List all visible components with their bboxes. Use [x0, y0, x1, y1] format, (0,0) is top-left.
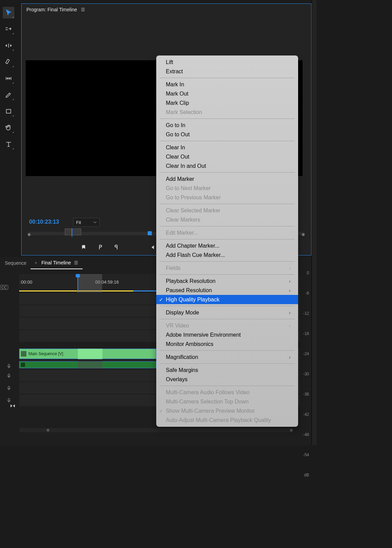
menu-item[interactable]: Playback Resolution›: [156, 276, 298, 286]
menu-item-label: Mark Selection: [166, 109, 202, 115]
menu-item-label: Multi-Camera Selection Top Down: [166, 399, 249, 405]
snap-button[interactable]: [10, 403, 16, 410]
menu-item-label: Overlays: [166, 376, 187, 383]
panel-menu-icon[interactable]: [81, 7, 85, 12]
cursor-icon: [5, 9, 12, 16]
menu-item-label: Safe Margins: [166, 367, 198, 373]
slip-icon: [5, 75, 12, 82]
type-tool[interactable]: [3, 138, 14, 150]
timeline-playhead[interactable]: [77, 274, 78, 292]
rectangle-icon: [5, 108, 12, 115]
scrollbar-handle-left[interactable]: [47, 429, 49, 432]
audio-meter: [311, 0, 317, 445]
track-select-tool[interactable]: [3, 23, 14, 35]
zoom-dropdown[interactable]: Fit: [73, 218, 100, 227]
menu-item[interactable]: Mark Out: [156, 89, 298, 98]
menu-item[interactable]: Lift: [156, 58, 298, 67]
menu-item[interactable]: Add Chapter Marker...: [156, 241, 298, 250]
menu-item[interactable]: Monitor Ambisonics: [156, 339, 298, 349]
program-in-out-range[interactable]: [65, 228, 81, 235]
selection-tool[interactable]: [3, 7, 14, 18]
menu-item-label: Extract: [166, 68, 183, 75]
menu-item-label: Add Flash Cue Marker...: [166, 252, 225, 258]
menu-item-label: Multi-Camera Audio Follows Video: [166, 389, 249, 396]
menu-item: Show Multi-Camera Preview Monitor: [156, 406, 298, 415]
zoom-handle-left[interactable]: [28, 233, 30, 236]
panel-menu-icon[interactable]: [74, 260, 78, 265]
menu-separator: [160, 306, 295, 306]
current-timecode[interactable]: 00:10:23:13: [29, 219, 59, 225]
menu-item-label: Edit Marker...: [166, 230, 198, 236]
hand-tool[interactable]: [3, 122, 14, 134]
pen-tool[interactable]: [3, 89, 14, 101]
menu-item[interactable]: Safe Margins: [156, 365, 298, 375]
timeline-zoom-scrollbar[interactable]: [19, 428, 293, 432]
tab-sequence[interactable]: Sequence: [1, 257, 30, 269]
rectangle-tool[interactable]: [3, 105, 14, 117]
video-clip[interactable]: Main Sequence [V]: [19, 349, 156, 359]
scrollbar-handle-right[interactable]: [290, 429, 293, 432]
mark-out-button[interactable]: [113, 244, 120, 251]
timeline-in-out-range[interactable]: [77, 274, 102, 292]
clip-thumbnail-icon: [21, 363, 25, 367]
menu-separator: [160, 141, 295, 141]
menu-item: Edit Marker...: [156, 228, 298, 237]
add-marker-button[interactable]: [80, 244, 87, 251]
close-icon[interactable]: ×: [35, 260, 37, 265]
menu-item[interactable]: Go to In: [156, 121, 298, 130]
ruler-time-0: :00:00: [20, 279, 32, 285]
audio-clip[interactable]: [19, 361, 156, 368]
mic-icon[interactable]: [0, 370, 18, 382]
menu-item[interactable]: Paused Resolution›: [156, 286, 298, 295]
menu-item[interactable]: Adobe Immersive Environment: [156, 330, 298, 339]
menu-item[interactable]: Magnification›: [156, 352, 298, 362]
menu-item[interactable]: Add Flash Cue Marker...: [156, 250, 298, 260]
menu-item-label: Add Marker: [166, 176, 194, 182]
menu-item[interactable]: Clear Out: [156, 152, 298, 161]
mark-in-button[interactable]: [96, 244, 104, 251]
menu-separator: [160, 386, 295, 386]
menu-item: Go to Previous Marker: [156, 193, 298, 202]
meter-label: -54: [295, 452, 309, 457]
menu-item[interactable]: Mark In: [156, 80, 298, 89]
slip-tool[interactable]: [3, 73, 14, 84]
program-out-marker[interactable]: [148, 231, 152, 235]
menu-separator: [160, 172, 295, 173]
caption-track-badge[interactable]: CC: [0, 285, 8, 290]
go-to-in-button[interactable]: [148, 244, 156, 251]
zoom-handle-right[interactable]: [302, 233, 305, 236]
submenu-arrow-icon: ›: [289, 288, 291, 293]
menu-item[interactable]: Extract: [156, 67, 298, 76]
pen-icon: [5, 91, 12, 99]
menu-item[interactable]: Mark Clip: [156, 98, 298, 108]
menu-item: VR Video›: [156, 321, 298, 330]
menu-separator: [160, 119, 295, 119]
menu-item-label: Lift: [166, 59, 173, 65]
track-select-icon: [5, 25, 12, 33]
menu-item[interactable]: Display Mode›: [156, 308, 298, 317]
menu-item[interactable]: Clear In and Out: [156, 161, 298, 171]
menu-item-label: Clear Selected Marker: [166, 208, 220, 214]
ripple-edit-tool[interactable]: [3, 40, 14, 51]
menu-separator: [160, 204, 295, 204]
menu-item-label: Mark In: [166, 82, 184, 88]
mic-icon[interactable]: [0, 382, 18, 394]
tab-label: Final Timeline: [41, 260, 71, 265]
menu-item[interactable]: Go to Out: [156, 130, 298, 139]
svg-rect-0: [5, 59, 9, 64]
razor-tool[interactable]: [3, 56, 14, 68]
program-title: Program: Final Timeline: [26, 7, 77, 12]
program-playhead[interactable]: [72, 228, 72, 237]
menu-item[interactable]: Overlays: [156, 375, 298, 384]
menu-item[interactable]: Clear In: [156, 143, 298, 152]
work-area-bar[interactable]: [19, 290, 134, 291]
menu-item: Multi-Camera Audio Follows Video: [156, 388, 298, 397]
tab-final-timeline[interactable]: × Final Timeline: [30, 257, 83, 269]
context-menu: LiftExtractMark InMark OutMark ClipMark …: [156, 55, 298, 427]
menu-item-label: High Quality Playback: [166, 297, 220, 303]
menu-item[interactable]: High Quality Playback: [156, 295, 298, 304]
clip-thumbnail-icon: [21, 351, 26, 357]
meter-label: dB: [295, 473, 309, 477]
menu-item[interactable]: Add Marker: [156, 174, 298, 184]
menu-item-label: Display Mode: [166, 310, 199, 316]
